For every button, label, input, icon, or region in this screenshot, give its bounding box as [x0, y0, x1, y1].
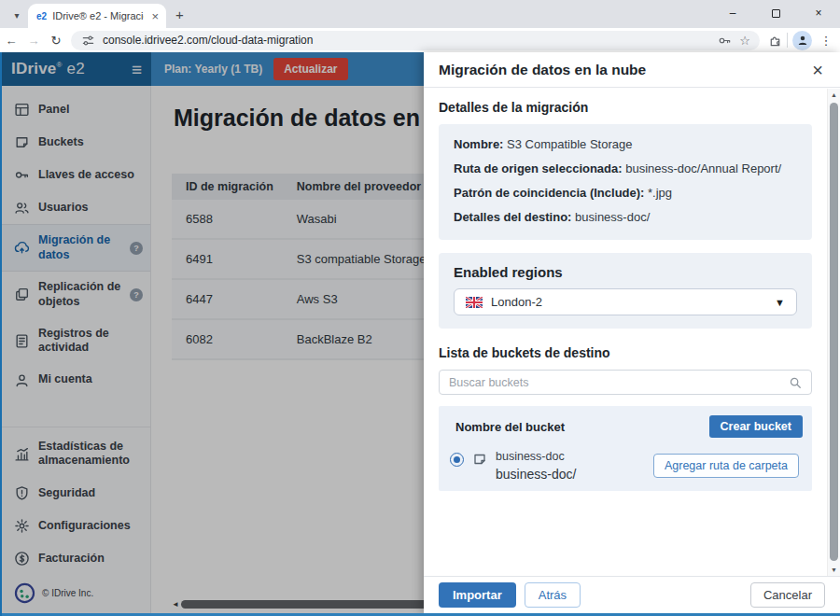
- bucket-list-block: Nombre del bucket Crear bucket business-…: [439, 406, 812, 491]
- tab-search-icon[interactable]: ▾: [7, 6, 26, 24]
- scroll-down-icon[interactable]: ▼: [828, 567, 840, 573]
- bucket-name: business-doc: [496, 450, 645, 463]
- bucket-search-input[interactable]: [449, 376, 789, 389]
- migration-details-box: Nombre: S3 Compatible StorageRuta de ori…: [439, 124, 812, 240]
- region-selected-value: London-2: [491, 295, 766, 309]
- forward-icon[interactable]: →: [22, 34, 45, 48]
- window-controls: – ×: [711, 0, 840, 28]
- detail-field: Patrón de coincidencia (Include): *.jpg: [454, 186, 797, 200]
- import-button[interactable]: Importar: [439, 582, 516, 608]
- detail-label: Detalles del destino:: [454, 210, 571, 224]
- bucket-search: [439, 370, 812, 395]
- bucket-row: business-docbusiness-doc/Agregar ruta de…: [439, 441, 812, 482]
- password-key-icon[interactable]: [717, 33, 732, 48]
- back-button[interactable]: Atrás: [525, 582, 581, 608]
- minimize-button[interactable]: –: [711, 0, 754, 26]
- regions-heading: Enabled regions: [454, 264, 797, 280]
- address-bar: ← → ↻ console.idrivee2.com/cloud-data-mi…: [0, 28, 840, 52]
- maximize-icon: [772, 9, 780, 18]
- detail-field: Nombre: S3 Compatible Storage: [454, 137, 797, 151]
- toolbar-divider: [787, 33, 788, 48]
- bucket-icon: [472, 452, 487, 467]
- bucket-list-header: Nombre del bucket Crear bucket: [439, 413, 812, 441]
- detail-label: Patrón de coincidencia (Include):: [454, 186, 644, 200]
- detail-value: *.jpg: [644, 186, 672, 200]
- browser-menu-icon[interactable]: ⋮: [816, 34, 836, 48]
- extensions-puzzle-icon[interactable]: [767, 33, 782, 48]
- detail-label: Nombre:: [454, 137, 503, 151]
- drawer-body: Detalles de la migración Nombre: S3 Comp…: [424, 89, 827, 576]
- reload-icon[interactable]: ↻: [45, 34, 67, 48]
- detail-value: S3 Compatible Storage: [503, 137, 632, 151]
- region-select[interactable]: London-2 ▼: [454, 288, 797, 315]
- favicon: e2: [36, 11, 47, 21]
- drawer-title: Migración de datos en la nube: [439, 62, 810, 78]
- search-icon: [789, 376, 802, 389]
- tab-title: IDrive® e2 - Migración de dato: [52, 10, 144, 21]
- vertical-scroll-thumb[interactable]: [830, 103, 838, 561]
- modal-backdrop[interactable]: [2, 52, 424, 616]
- tab-close-icon[interactable]: ×: [149, 9, 161, 23]
- back-icon[interactable]: ←: [0, 34, 22, 48]
- chevron-down-icon: ▼: [775, 297, 785, 308]
- site-settings-icon[interactable]: [80, 33, 95, 48]
- tab-bar: ▾ e2 IDrive® e2 - Migración de dato × + …: [0, 0, 840, 28]
- bucket-radio[interactable]: [450, 453, 464, 467]
- drawer-footer: Importar Atrás Cancelar: [424, 576, 840, 613]
- uk-flag-icon: [466, 297, 483, 308]
- cancel-button[interactable]: Cancelar: [750, 582, 825, 608]
- bucket-names: business-docbusiness-doc/: [496, 450, 645, 482]
- scroll-up-icon[interactable]: ▲: [828, 91, 840, 98]
- browser-window: ▾ e2 IDrive® e2 - Migración de dato × + …: [0, 0, 840, 616]
- bookmark-star-icon[interactable]: ☆: [739, 34, 750, 48]
- app-root: IDrive® e2 ≡ Plan: Yearly (1 TB) Actuali…: [0, 52, 840, 616]
- detail-label: Ruta de origen seleccionada:: [454, 161, 623, 175]
- maximize-button[interactable]: [754, 0, 797, 26]
- details-heading: Detalles de la migración: [439, 100, 812, 115]
- detail-value: business-doc/: [571, 210, 650, 224]
- url-field[interactable]: console.idrivee2.com/cloud-data-migratio…: [71, 31, 760, 50]
- detail-value: business-doc/Annual Report/: [623, 161, 782, 175]
- window-close-button[interactable]: ×: [797, 0, 840, 26]
- bucket-column-header: Nombre del bucket: [455, 420, 709, 434]
- bucket-list-heading: Lista de buckets de destino: [439, 345, 812, 360]
- migration-drawer: Migración de datos en la nube × Detalles…: [424, 52, 840, 613]
- new-tab-button[interactable]: +: [175, 7, 184, 22]
- vertical-scrollbar[interactable]: ▲ ▼: [827, 89, 840, 576]
- drawer-header: Migración de datos en la nube ×: [424, 52, 840, 88]
- profile-avatar[interactable]: [792, 31, 812, 50]
- browser-tab[interactable]: e2 IDrive® e2 - Migración de dato ×: [28, 4, 166, 28]
- radio-dot: [454, 456, 460, 463]
- detail-field: Detalles del destino: business-doc/: [454, 210, 797, 224]
- bucket-path: business-doc/: [496, 467, 645, 482]
- regions-box: Enabled regions London-2 ▼: [439, 253, 812, 329]
- create-bucket-button[interactable]: Crear bucket: [709, 415, 803, 438]
- url-text: console.idrivee2.com/cloud-data-migratio…: [103, 34, 709, 47]
- detail-field: Ruta de origen seleccionada: business-do…: [454, 161, 797, 175]
- add-folder-path-button[interactable]: Agregar ruta de carpeta: [653, 454, 799, 478]
- close-icon[interactable]: ×: [810, 61, 825, 79]
